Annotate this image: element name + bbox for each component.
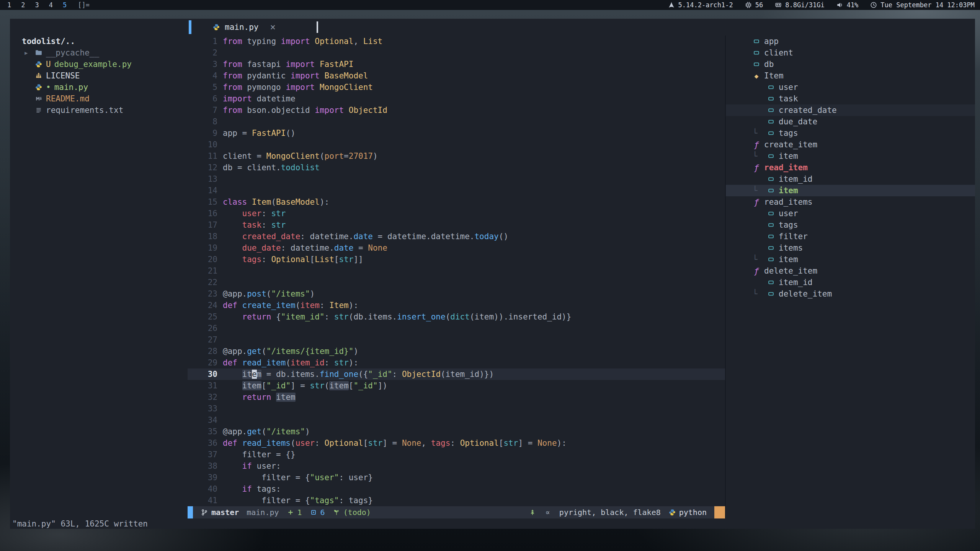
line-number: 32 bbox=[188, 391, 223, 403]
markdown-icon bbox=[35, 95, 42, 103]
expand-arrow-icon: ▸ bbox=[24, 48, 31, 57]
file-tree-root[interactable]: todolist/.. bbox=[10, 36, 188, 47]
code-line[interactable]: 36def read_items(user: Optional[str] = N… bbox=[188, 437, 725, 449]
workspace-button-1[interactable]: 1 bbox=[2, 1, 16, 9]
variable-icon bbox=[767, 233, 775, 240]
file-tree-item-requirements.txt[interactable]: requirements.txt bbox=[10, 104, 188, 116]
code-line[interactable]: 27 bbox=[188, 334, 725, 346]
variable-icon bbox=[767, 279, 775, 286]
code-line[interactable]: 11client = MongoClient(port=27017) bbox=[188, 150, 725, 162]
code-line[interactable]: 13 bbox=[188, 173, 725, 185]
python-icon bbox=[35, 83, 42, 91]
code-line[interactable]: 26 bbox=[188, 323, 725, 334]
file-tree-item-__pycache__[interactable]: ▸__pycache__ bbox=[10, 47, 188, 59]
line-number: 29 bbox=[188, 357, 223, 368]
code-line[interactable]: 30 item = db.items.find_one({"_id": Obje… bbox=[188, 368, 725, 380]
code-line[interactable]: 31 item["_id"] = str(item["_id"]) bbox=[188, 380, 725, 391]
code-line[interactable]: 28@app.get("/items/{item_id}") bbox=[188, 346, 725, 357]
code-line[interactable]: 15class Item(BaseModel): bbox=[188, 196, 725, 208]
symbol-label: delete_item bbox=[764, 266, 817, 276]
file-tree-item-debug_example.py[interactable]: Udebug_example.py bbox=[10, 59, 188, 70]
symbol-row-item_id[interactable]: item_id bbox=[726, 173, 975, 185]
code-line[interactable]: 12db = client.todolist bbox=[188, 162, 725, 173]
code-line[interactable]: 1from typing import Optional, List bbox=[188, 36, 725, 47]
symbol-row-tags[interactable]: tags bbox=[726, 219, 975, 231]
code-line[interactable]: 38 if user: bbox=[188, 460, 725, 472]
file-tree-item-README.md[interactable]: README.md bbox=[10, 93, 188, 104]
code-line[interactable]: 22 bbox=[188, 277, 725, 288]
symbol-row-db[interactable]: db bbox=[726, 59, 975, 70]
code-line[interactable]: 17 task: str bbox=[188, 219, 725, 231]
file-tree-item-main.py[interactable]: •main.py bbox=[10, 82, 188, 93]
workspace-button-5[interactable]: 5 bbox=[58, 1, 72, 9]
code-line[interactable]: 10 bbox=[188, 139, 725, 150]
code-line[interactable]: 16 user: str bbox=[188, 208, 725, 219]
code-line[interactable]: 29def read_item(item_id: str): bbox=[188, 357, 725, 368]
symbol-row-read_item[interactable]: ƒread_item bbox=[726, 162, 975, 173]
code-line[interactable]: 19 due_date: datetime.date = None bbox=[188, 242, 725, 254]
workspace-button-3[interactable]: 3 bbox=[30, 1, 44, 9]
symbol-row-task[interactable]: task bbox=[726, 93, 975, 104]
line-number: 19 bbox=[188, 242, 223, 254]
file-tree-item-LICENSE[interactable]: LICENSE bbox=[10, 70, 188, 82]
code-line[interactable]: 3from fastapi import FastAPI bbox=[188, 59, 725, 70]
code-line[interactable]: 35@app.get("/items") bbox=[188, 426, 725, 437]
tab-main-py[interactable]: main.py × bbox=[212, 19, 276, 36]
code-line[interactable]: 18 created_date: datetime.date = datetim… bbox=[188, 231, 725, 242]
variable-icon bbox=[767, 290, 775, 298]
code-line[interactable]: 7from bson.objectid import ObjectId bbox=[188, 104, 725, 116]
symbol-row-tags[interactable]: └tags bbox=[726, 127, 975, 139]
workspace-button-2[interactable]: 2 bbox=[16, 1, 30, 9]
tab-close-icon[interactable]: × bbox=[270, 22, 276, 33]
code-line[interactable]: 34 bbox=[188, 414, 725, 426]
code-line[interactable]: 40 if tags: bbox=[188, 483, 725, 495]
code-line[interactable]: 25 return {"item_id": str(db.items.inser… bbox=[188, 311, 725, 323]
symbol-row-user[interactable]: user bbox=[726, 82, 975, 93]
workspace-button-4[interactable]: 4 bbox=[44, 1, 58, 9]
symbol-row-item[interactable]: └item bbox=[726, 185, 975, 196]
symbol-row-client[interactable]: client bbox=[726, 47, 975, 59]
code-line[interactable]: 41 filter = {"tags": tags} bbox=[188, 495, 725, 506]
symbol-row-Item[interactable]: ◆Item bbox=[726, 70, 975, 82]
symbol-row-item_id[interactable]: item_id bbox=[726, 277, 975, 288]
code-line[interactable]: 21 bbox=[188, 265, 725, 277]
variable-icon bbox=[767, 118, 775, 126]
code-line[interactable]: 8 bbox=[188, 116, 725, 127]
symbol-row-items[interactable]: items bbox=[726, 242, 975, 254]
symbol-label: task bbox=[779, 94, 798, 103]
code-line[interactable]: 2 bbox=[188, 47, 725, 59]
code-line[interactable]: 20 tags: Optional[List[str]] bbox=[188, 254, 725, 265]
line-number: 37 bbox=[188, 449, 223, 460]
code-line[interactable]: 23@app.post("/items") bbox=[188, 288, 725, 300]
symbol-row-delete_item[interactable]: └delete_item bbox=[726, 288, 975, 300]
terminal-cursor bbox=[317, 21, 318, 33]
code-line[interactable]: 33 bbox=[188, 403, 725, 414]
symbol-row-app[interactable]: app bbox=[726, 36, 975, 47]
symbol-row-filter[interactable]: filter bbox=[726, 231, 975, 242]
code-line[interactable]: 5from pymongo import MongoClient bbox=[188, 82, 725, 93]
code-line[interactable]: 4from pydantic import BaseModel bbox=[188, 70, 725, 82]
code-line[interactable]: 14 bbox=[188, 185, 725, 196]
code-text: return item bbox=[223, 391, 296, 403]
status-text: 8.8Gi/31Gi bbox=[785, 1, 824, 9]
symbol-row-item[interactable]: └item bbox=[726, 150, 975, 162]
variable-icon bbox=[767, 106, 775, 114]
code-line[interactable]: 37 filter = {} bbox=[188, 449, 725, 460]
desktop: { "colors": { "background": "#1e222a", "… bbox=[0, 0, 980, 551]
line-number: 8 bbox=[188, 116, 223, 127]
symbol-row-create_item[interactable]: ƒcreate_item bbox=[726, 139, 975, 150]
code-line[interactable]: 39 filter = {"user": user} bbox=[188, 472, 725, 483]
code-line[interactable]: 6import datetime bbox=[188, 93, 725, 104]
symbol-row-item[interactable]: └item bbox=[726, 254, 975, 265]
tree-connector: └ bbox=[753, 186, 763, 195]
variable-icon bbox=[767, 129, 775, 137]
symbol-row-read_items[interactable]: ƒread_items bbox=[726, 196, 975, 208]
symbol-row-due_date[interactable]: due_date bbox=[726, 116, 975, 127]
editor-pane: 1from typing import Optional, List23from… bbox=[188, 36, 725, 506]
symbol-row-created_date[interactable]: created_date bbox=[726, 104, 975, 116]
symbol-row-user[interactable]: user bbox=[726, 208, 975, 219]
code-line[interactable]: 24def create_item(item: Item): bbox=[188, 300, 725, 311]
code-line[interactable]: 32 return item bbox=[188, 391, 725, 403]
symbol-row-delete_item[interactable]: ƒdelete_item bbox=[726, 265, 975, 277]
code-line[interactable]: 9app = FastAPI() bbox=[188, 127, 725, 139]
